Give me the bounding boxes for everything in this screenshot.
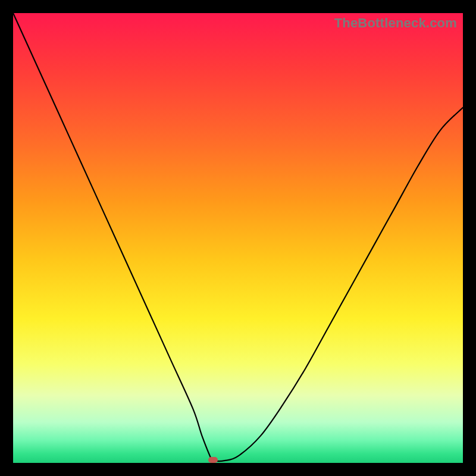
optimum-marker: [208, 457, 218, 463]
chart-frame: TheBottleneck.com: [0, 0, 476, 476]
bottleneck-curve: [13, 13, 463, 461]
curve-svg: [13, 13, 463, 463]
plot-area: TheBottleneck.com: [13, 13, 463, 463]
